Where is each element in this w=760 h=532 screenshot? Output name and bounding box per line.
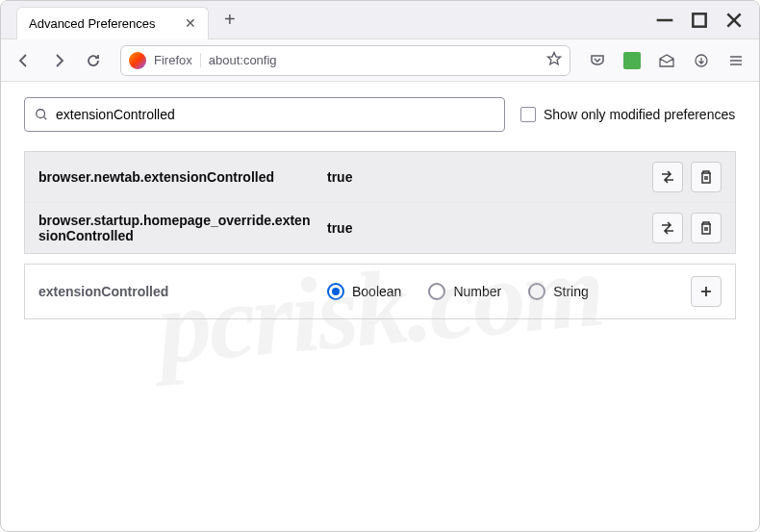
delete-button[interactable] <box>691 162 722 192</box>
new-tab-button[interactable]: + <box>216 5 243 35</box>
menu-button[interactable] <box>721 45 751 76</box>
show-modified-checkbox[interactable] <box>520 107 536 122</box>
pref-row[interactable]: browser.startup.homepage_override.extens… <box>25 203 735 253</box>
new-pref-name: extensionControlled <box>38 284 327 299</box>
urlbar-text: about:config <box>209 53 539 67</box>
extension-icon[interactable] <box>617 45 647 76</box>
minimize-button[interactable] <box>655 11 674 30</box>
toggle-button[interactable] <box>652 162 683 192</box>
titlebar: Advanced Preferences ✕ + <box>1 1 759 39</box>
radio-number[interactable]: Number <box>428 283 501 300</box>
radio-icon <box>528 283 545 300</box>
maximize-button[interactable] <box>690 11 709 30</box>
tab-title: Advanced Preferences <box>29 16 156 31</box>
radio-boolean[interactable]: Boolean <box>327 283 401 300</box>
preferences-table: browser.newtab.extensionControlled true … <box>24 151 736 254</box>
bookmark-star-icon[interactable] <box>546 51 562 70</box>
search-icon <box>35 108 48 121</box>
show-modified-checkbox-label[interactable]: Show only modified preferences <box>520 107 735 122</box>
add-button[interactable] <box>691 276 722 307</box>
new-pref-row: extensionControlled Boolean Number Strin… <box>24 264 736 319</box>
firefox-logo-icon <box>129 52 146 69</box>
pocket-icon[interactable] <box>582 45 613 76</box>
search-input[interactable] <box>56 107 494 122</box>
pref-row[interactable]: browser.newtab.extensionControlled true <box>25 152 735 203</box>
svg-line-9 <box>44 117 47 120</box>
urlbar-context: Firefox <box>154 53 201 67</box>
type-radio-group: Boolean Number String <box>327 283 691 300</box>
pref-value: true <box>327 220 652 236</box>
radio-icon <box>428 283 445 300</box>
browser-tab[interactable]: Advanced Preferences ✕ <box>16 7 209 39</box>
pref-name: browser.startup.homepage_override.extens… <box>38 213 327 243</box>
navigation-toolbar: Firefox about:config <box>1 39 759 82</box>
svg-rect-1 <box>693 13 705 26</box>
delete-button[interactable] <box>691 213 722 243</box>
toggle-button[interactable] <box>652 213 683 243</box>
forward-button[interactable] <box>43 45 74 76</box>
url-bar[interactable]: Firefox about:config <box>120 45 570 76</box>
svg-point-8 <box>37 110 45 118</box>
radio-icon <box>327 283 344 300</box>
downloads-icon[interactable] <box>686 45 717 76</box>
radio-string[interactable]: String <box>528 283 589 300</box>
reload-button[interactable] <box>78 45 109 76</box>
pref-value: true <box>327 169 652 185</box>
account-icon[interactable] <box>651 45 682 76</box>
close-tab-icon[interactable]: ✕ <box>185 15 196 31</box>
checkbox-text: Show only modified preferences <box>544 107 735 122</box>
back-button[interactable] <box>9 45 39 76</box>
close-window-button[interactable] <box>724 11 744 30</box>
search-box[interactable] <box>24 97 505 132</box>
pref-name: browser.newtab.extensionControlled <box>38 169 327 185</box>
